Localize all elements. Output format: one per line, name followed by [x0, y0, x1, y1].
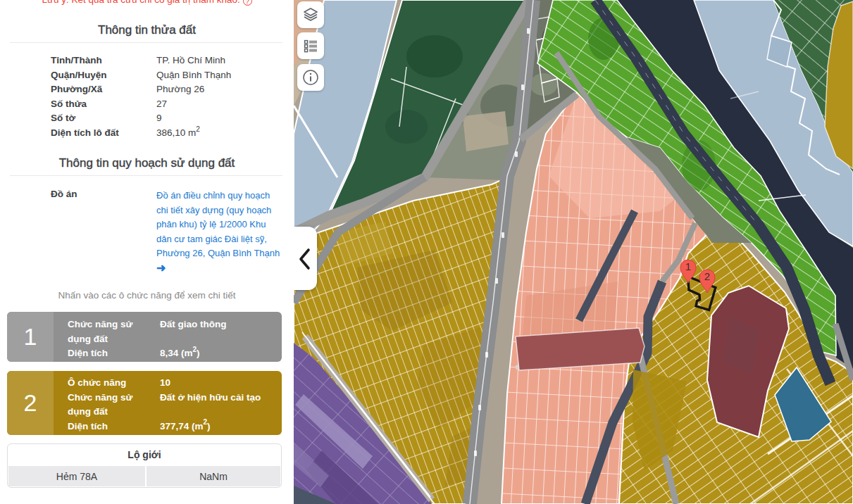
svg-text:2: 2: [704, 270, 710, 282]
svg-text:1: 1: [685, 260, 691, 272]
